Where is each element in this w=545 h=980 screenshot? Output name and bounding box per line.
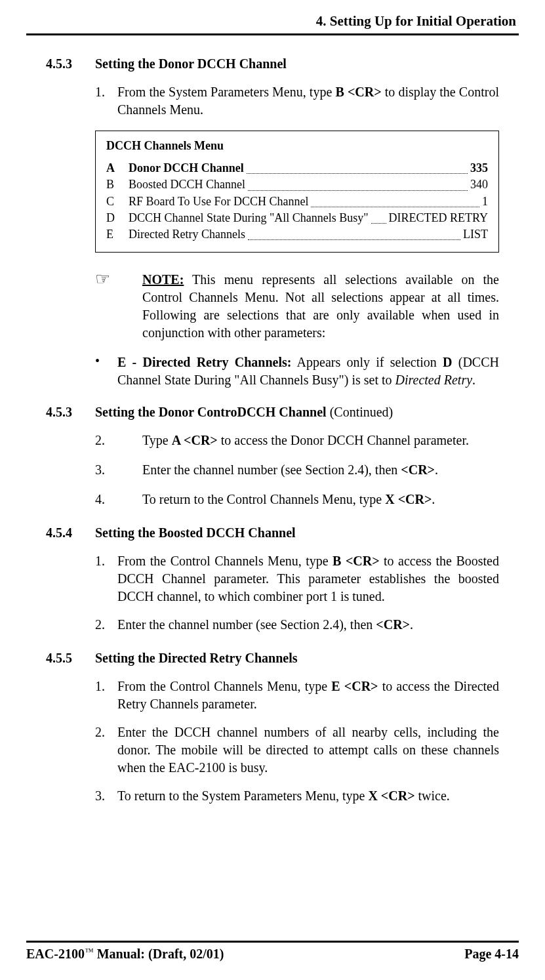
menu-key: D xyxy=(106,210,129,226)
hand-point-icon: ☞ xyxy=(95,271,142,342)
command: B <CR> xyxy=(335,85,381,99)
command: <CR> xyxy=(401,462,435,477)
step-body: Type A <CR> to access the Donor DCCH Cha… xyxy=(142,432,499,449)
step-455-3: 3. To return to the System Parameters Me… xyxy=(46,787,499,805)
menu-row-a: A Donor DCCH Channel 335 xyxy=(106,160,488,176)
text: From the Control Channels Menu, type xyxy=(117,554,333,568)
step-number: 3. xyxy=(95,461,142,479)
note-body: NOTE: This menu represents all selection… xyxy=(142,271,499,342)
manual-info: Manual: (Draft, 02/01) xyxy=(94,947,224,961)
note-lead: NOTE: xyxy=(142,272,184,287)
menu-row-c: C RF Board To Use For DCCH Channel 1 xyxy=(106,194,488,210)
footer-left: EAC-2100™ Manual: (Draft, 02/01) xyxy=(26,947,224,962)
menu-value: LIST xyxy=(463,226,488,243)
text: Type xyxy=(142,433,172,447)
step-number: 1. xyxy=(95,678,117,713)
menu-title: DCCH Channels Menu xyxy=(106,138,488,153)
command: B <CR> xyxy=(333,554,379,568)
section-heading-453b: 4.5.3 Setting the Donor ControDCCH Chann… xyxy=(46,403,499,421)
command: <CR> xyxy=(376,617,410,632)
step-455-1: 1. From the Control Channels Menu, type … xyxy=(46,678,499,713)
menu-row-e: E Directed Retry Channels LIST xyxy=(106,226,488,243)
menu-key: B xyxy=(106,176,129,193)
command: A <CR> xyxy=(172,433,218,447)
step-body: From the System Parameters Menu, type B … xyxy=(117,83,499,119)
text: to access the Donor DCCH Channel paramet… xyxy=(218,433,469,447)
footer-row: EAC-2100™ Manual: (Draft, 02/01) Page 4-… xyxy=(26,947,519,962)
step-number: 2. xyxy=(95,616,117,634)
step-454-2: 2. Enter the channel number (see Section… xyxy=(46,616,499,634)
note-text: This menu represents all selections avai… xyxy=(142,272,499,340)
menu-value: 340 xyxy=(470,176,488,193)
section-heading-453a: 4.5.3 Setting the Donor DCCH Channel xyxy=(46,55,499,73)
menu-row-d: D DCCH Channel State During "All Channel… xyxy=(106,210,488,226)
section-number: 4.5.3 xyxy=(46,55,95,73)
command: X <CR> xyxy=(368,788,414,803)
note-block: ☞ NOTE: This menu represents all selecti… xyxy=(46,271,499,342)
step-453b-2: 2. Type A <CR> to access the Donor DCCH … xyxy=(46,432,499,449)
menu-dots xyxy=(248,239,460,240)
section-title: Setting the Boosted DCCH Channel xyxy=(95,524,296,542)
menu-dots xyxy=(248,190,468,191)
page-footer: EAC-2100™ Manual: (Draft, 02/01) Page 4-… xyxy=(26,941,519,962)
text: To return to the Control Channels Menu, … xyxy=(142,492,385,506)
step-body: Enter the channel number (see Section 2.… xyxy=(117,616,499,634)
step-number: 1. xyxy=(95,83,117,119)
menu-dots xyxy=(247,173,468,174)
text: . xyxy=(472,373,475,387)
menu-row-b: B Boosted DCCH Channel 340 xyxy=(106,176,488,193)
menu-label: DCCH Channel State During "All Channels … xyxy=(129,210,369,226)
section-title: Setting the Donor DCCH Channel xyxy=(95,55,287,73)
menu-value: DIRECTED RETRY xyxy=(389,210,489,226)
step-number: 2. xyxy=(95,432,142,449)
section-number: 4.5.3 xyxy=(46,403,95,421)
menu-label: Directed Retry Channels xyxy=(129,226,245,243)
step-453b-3: 3. Enter the channel number (see Section… xyxy=(46,461,499,479)
step-number: 2. xyxy=(95,724,117,777)
text: From the System Parameters Menu, type xyxy=(117,85,335,99)
command: X <CR> xyxy=(385,492,432,506)
menu-key: A xyxy=(106,160,129,176)
step-number: 1. xyxy=(95,552,117,605)
text: . xyxy=(432,492,435,506)
menu-value: 1 xyxy=(482,194,488,210)
bullet-body: E - Directed Retry Channels: Appears onl… xyxy=(117,354,499,389)
title-text: Setting the Donor ControDCCH Channel xyxy=(95,405,330,419)
page-number: Page 4-14 xyxy=(464,947,519,962)
bullet-item: • E - Directed Retry Channels: Appears o… xyxy=(46,354,499,389)
footer-rule xyxy=(26,941,519,943)
bullet-icon: • xyxy=(95,354,117,389)
step-body: From the Control Channels Menu, type E <… xyxy=(117,678,499,713)
page: 4. Setting Up for Initial Operation 4.5.… xyxy=(0,0,545,980)
step-body: To return to the Control Channels Menu, … xyxy=(142,491,499,508)
step-453b-4: 4. To return to the Control Channels Men… xyxy=(46,491,499,508)
text: . xyxy=(435,462,438,477)
italic-text: Directed Retry xyxy=(395,373,473,387)
menu-dots xyxy=(311,207,479,207)
section-title: Setting the Donor ControDCCH Channel (Co… xyxy=(95,403,393,421)
product-name: EAC-2100 xyxy=(26,947,85,961)
text: To return to the System Parameters Menu,… xyxy=(117,788,368,803)
step-454-1: 1. From the Control Channels Menu, type … xyxy=(46,552,499,605)
text: Appears only if selection xyxy=(291,355,443,369)
text: Enter the channel number (see Section 2.… xyxy=(117,617,376,632)
command: E <CR> xyxy=(331,679,378,693)
text: . xyxy=(410,617,413,632)
section-number: 4.5.5 xyxy=(46,649,95,667)
menu-dots xyxy=(371,223,386,224)
step-body: To return to the System Parameters Menu,… xyxy=(117,787,499,805)
page-content: 4.5.3 Setting the Donor DCCH Channel 1. … xyxy=(26,35,519,805)
text: From the Control Channels Menu, type xyxy=(117,679,331,693)
menu-key: E xyxy=(106,226,129,243)
step-body: Enter the DCCH channel numbers of all ne… xyxy=(117,724,499,777)
menu-label: Donor DCCH Channel xyxy=(129,160,244,176)
text: twice. xyxy=(415,788,450,803)
section-number: 4.5.4 xyxy=(46,524,95,542)
dcch-menu-box: DCCH Channels Menu A Donor DCCH Channel … xyxy=(95,131,499,253)
d-key: D xyxy=(443,355,452,369)
menu-label: Boosted DCCH Channel xyxy=(129,176,245,193)
menu-label: RF Board To Use For DCCH Channel xyxy=(129,194,308,210)
bullet-lead: E - Directed Retry Channels: xyxy=(117,355,291,369)
menu-key: C xyxy=(106,194,129,210)
continued-text: (Continued) xyxy=(330,405,394,419)
